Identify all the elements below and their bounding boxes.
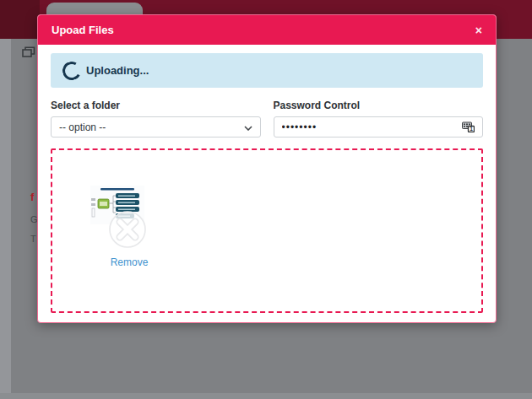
form-row: Select a folder -- option -- Password Co… [51,100,483,137]
background-footer-strip [0,393,532,399]
password-label: Password Control [274,100,484,111]
spinner-icon [61,59,84,82]
password-value: •••••••• [282,121,463,133]
folder-field-group: Select a folder -- option -- [51,100,261,137]
close-icon[interactable]: × [475,24,482,36]
virtual-keyboard-icon[interactable]: 1 [462,121,475,132]
folder-select-label: Select a folder [51,100,261,111]
uploading-status-text: Uploading... [86,64,149,77]
modal-title: Upoad Files [52,24,114,36]
file-dropzone[interactable]: Remove [51,148,483,313]
password-input[interactable]: •••••••• 1 [274,116,484,137]
modal-body: Uploading... Select a folder -- option -… [38,45,496,322]
copy-icon [22,46,35,62]
svg-text:1: 1 [470,126,473,132]
folder-select-value: -- option -- [59,121,106,133]
folder-select[interactable]: -- option -- [51,116,261,137]
chevron-down-icon [244,121,252,133]
background-left-panel [0,39,11,393]
remove-file-x-icon[interactable] [108,210,147,249]
upload-files-modal: Upoad Files × Uploading... Select a fold… [37,14,497,323]
password-field-group: Password Control •••••••• [274,100,484,137]
page-header-left-shade [0,0,40,39]
modal-header: Upoad Files × [38,15,496,45]
remove-file-link[interactable]: Remove [86,256,172,268]
uploading-status-bar: Uploading... [51,53,483,88]
uploaded-file-item: Remove [86,184,172,310]
background-text-fragment: T [30,234,36,244]
background-text-fragment: f [30,191,34,203]
